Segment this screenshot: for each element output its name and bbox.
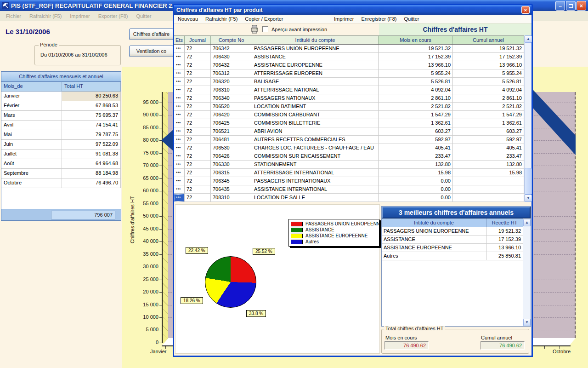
cell: LOCATION DE SALLE: [252, 194, 379, 202]
table-row[interactable]: ***72706420COMMISSION CARBURANT1 547.291…: [174, 111, 524, 119]
table-row[interactable]: ***72706435ASSISTANCE INTERNATIONAL0.00: [174, 185, 524, 194]
table-row[interactable]: Juin97 522.09: [1, 140, 121, 150]
col-top3-intitule[interactable]: Intitulé du compte: [382, 218, 486, 227]
table-row[interactable]: Juillet91 081.38: [1, 150, 121, 159]
table-row[interactable]: Février67 868.53: [1, 101, 121, 111]
table-row[interactable]: ***72706430ASSISTANCE17 152.3917 152.39: [174, 53, 524, 61]
table-row[interactable]: Avril74 154.41: [1, 121, 121, 130]
col-journal[interactable]: Journal: [185, 36, 211, 44]
dialog-menu-nouveau[interactable]: Nouveau: [174, 15, 202, 23]
cell: 72: [185, 177, 211, 185]
menu-imprimer[interactable]: Imprimer: [67, 12, 93, 20]
menu-quitter[interactable]: Quitter: [133, 12, 155, 20]
dialog-menu-quitter[interactable]: Quitter: [400, 15, 423, 23]
col-total-ht[interactable]: Total HT: [62, 82, 121, 91]
dialog-titlebar[interactable]: Chiffres d'affaires HT par produit ×: [174, 5, 531, 15]
table-row[interactable]: Mai79 787.75: [1, 130, 121, 140]
cell: 1 362.61: [379, 119, 453, 127]
table-row[interactable]: ***72706330STATIONNEMENT132.80132.80: [174, 161, 524, 169]
col-top3-recette[interactable]: Recette HT: [486, 218, 523, 227]
menu-exporter[interactable]: Exporter (F8): [95, 12, 131, 20]
table-row[interactable]: ASSISTANCE EUROPEENNE13 966.10: [382, 244, 531, 252]
table-row[interactable]: ***72706426COMMISSION SUR ENCAISSEMENT23…: [174, 152, 524, 161]
dialog-bottom-section: PASSAGERS UNION EUROPEENNEASSISTANCEASSI…: [174, 202, 531, 356]
cell: 706430: [211, 53, 252, 61]
scroll-down-icon[interactable]: ▼: [525, 195, 532, 202]
accounts-table-header: Ets Journal Compte No Intitulé du compte…: [174, 35, 524, 45]
table-row[interactable]: ***72708310LOCATION DE SALLE0.00: [174, 194, 524, 202]
cell: ***: [174, 152, 185, 161]
cell: 706435: [211, 185, 252, 194]
accounts-table-scrollbar[interactable]: ▲ ▼: [524, 35, 531, 202]
table-row[interactable]: Septembre88 184.98: [1, 169, 121, 178]
table-row[interactable]: ***72706312ATTERRISSAGE EUROPEEN5 955.24…: [174, 69, 524, 78]
col-compte-no[interactable]: Compte No: [211, 36, 252, 44]
cell: 17 152.39: [453, 53, 524, 61]
value-cell: 67 868.53: [62, 101, 121, 110]
col-mois-en-cours[interactable]: Mois en cours: [379, 36, 453, 44]
table-row[interactable]: ***72706521ABRI AVION603.27603.27: [174, 127, 524, 136]
table-row[interactable]: ***72706520LOCATION BATIMENT2 521.822 52…: [174, 103, 524, 111]
menu-rafraichir[interactable]: Rafraichir (F5): [26, 12, 65, 20]
printer-icon[interactable]: [250, 25, 259, 35]
cell: 0.00: [379, 177, 453, 185]
table-row[interactable]: Octobre76 496.70: [1, 178, 121, 188]
pie-label-green: 22.42 %: [186, 247, 208, 254]
table-row[interactable]: Août64 964.68: [1, 159, 121, 169]
legend-item: PASSAGERS UNION EUROPEENNE: [291, 221, 377, 227]
chiffres-affaires-button[interactable]: Chiffres d'affaire: [129, 29, 174, 40]
scroll-up-icon[interactable]: ▲: [525, 35, 532, 43]
cell: LOCATION BATIMENT: [252, 103, 379, 111]
scrollbar-thumb[interactable]: [525, 168, 532, 195]
y-tick-label: 45 000: [127, 226, 158, 231]
table-row[interactable]: ***72706530CHARGES LOC. FACTUREES - CHAU…: [174, 144, 524, 152]
month-cell: Octobre: [1, 178, 62, 188]
y-tick-label: 60 000: [127, 188, 158, 193]
dialog-menu-rafraichir[interactable]: Rafraichir (F5): [202, 15, 241, 23]
cell: ***: [174, 169, 185, 177]
col-intitule[interactable]: Intitulé du compte: [252, 36, 379, 44]
dialog-menu-copier-exporter[interactable]: Copier / Exporter: [241, 15, 287, 23]
table-row[interactable]: Janvier80 250.63: [1, 92, 121, 101]
table-row[interactable]: ***72706481AUTRES RECETTES COMMERCIALES5…: [174, 136, 524, 144]
cell: 603.27: [453, 127, 524, 136]
scroll-up-icon[interactable]: ▲: [523, 219, 531, 226]
table-row[interactable]: ***72706425COMMISSION BILLETTERIE1 362.6…: [174, 119, 524, 127]
table-row[interactable]: PASSAGERS UNION EUROPEENNE19 521.32: [382, 227, 531, 236]
dialog-menu-enregistrer[interactable]: Enregistrer (F8): [357, 15, 400, 23]
scroll-down-icon[interactable]: ▼: [523, 319, 531, 326]
table-row[interactable]: ***72706432ASSISTANCE EUROPEENNE13 966.1…: [174, 61, 524, 69]
table-row[interactable]: ***72706310ATTERRISSAGE NATIONAL4 092.04…: [174, 86, 524, 94]
cell: 706310: [211, 86, 252, 94]
table-row[interactable]: ***72706345PASSAGERS INTERNATIONAUX0.00: [174, 177, 524, 185]
table-row[interactable]: Mars75 695.37: [1, 111, 121, 121]
ventilation-button[interactable]: Ventilation co: [129, 46, 174, 57]
col-cumul-annuel[interactable]: Cumul annuel: [453, 36, 524, 44]
table-row[interactable]: ASSISTANCE17 152.39: [382, 236, 531, 244]
dialog-close-button[interactable]: ×: [521, 6, 530, 14]
chart-x-label-last: Octobre: [553, 349, 571, 354]
cell: ***: [174, 136, 185, 144]
legend-label: ASSISTANCE EUROPEENNE: [305, 233, 368, 238]
pie-chart: [205, 256, 256, 308]
table-row[interactable]: ***72706340PASSAGERS NATIONAUX2 861.102 …: [174, 94, 524, 103]
close-button[interactable]: ×: [577, 1, 586, 11]
minimize-button[interactable]: –: [555, 1, 565, 11]
cell: 2 521.82: [379, 103, 453, 111]
col-mois-de[interactable]: Mois_de: [1, 82, 62, 91]
dialog-menu-imprimer[interactable]: Imprimer: [330, 15, 357, 23]
table-row[interactable]: Autres25 850.81: [382, 252, 531, 260]
dialog-menubar: Nouveau Rafraichir (F5) Copier / Exporte…: [174, 15, 531, 23]
table-row[interactable]: ***72706320BALISAGE5 526.815 526.81: [174, 78, 524, 86]
value-cell: 74 154.41: [62, 121, 121, 130]
cell: 19 521.32: [453, 45, 524, 53]
table-row[interactable]: ***72706342PASSAGERS UNION EUROPEENNE19 …: [174, 45, 524, 53]
col-ets[interactable]: Ets: [174, 36, 185, 44]
month-cell: Avril: [1, 121, 62, 130]
table-row[interactable]: ***72706315ATTERRISSAGE INTERNATIONAL15.…: [174, 169, 524, 177]
cell: ***: [174, 94, 185, 103]
menu-fichier[interactable]: Fichier: [3, 12, 24, 20]
apercu-checkbox[interactable]: [262, 26, 268, 32]
restore-button[interactable]: [566, 1, 576, 11]
top3-scrollbar[interactable]: ▲ ▼: [523, 219, 531, 326]
